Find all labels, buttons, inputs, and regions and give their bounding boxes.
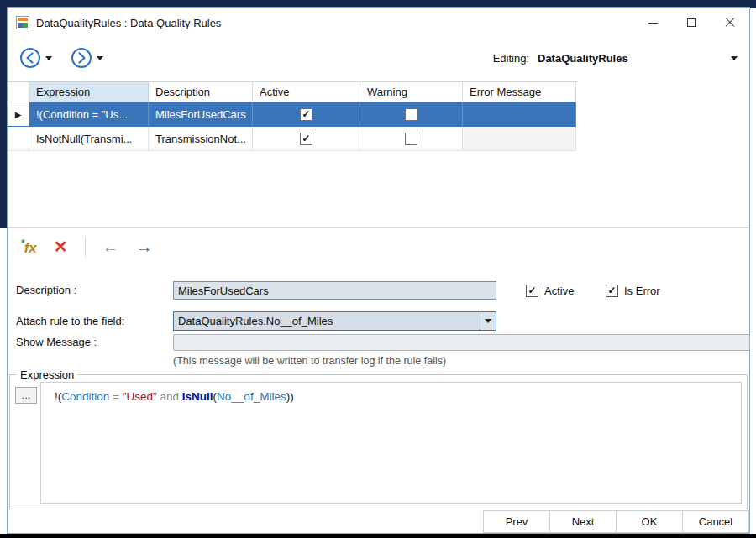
cell-error-message[interactable] (463, 127, 576, 151)
fx-icon: fx (24, 239, 37, 255)
column-header-active[interactable]: Active (253, 82, 360, 102)
editing-combobox[interactable]: DataQualityRules (538, 52, 738, 65)
expression-builder-button[interactable]: ... (15, 387, 37, 404)
editing-caret-icon (731, 56, 738, 60)
editing-value: DataQualityRules (538, 52, 628, 65)
prev-button[interactable]: Prev (483, 510, 550, 533)
column-header-description[interactable]: Description (149, 82, 253, 102)
expression-token: IsNull (182, 390, 213, 403)
expression-group-label: Expression (17, 368, 77, 381)
rule-toolbar: *fx ✕ ← → (8, 228, 749, 265)
previous-rule-button[interactable]: ← (102, 238, 119, 255)
expression-token: )) (286, 390, 294, 403)
toolbar-divider (85, 237, 86, 257)
expression-token: No__of_Miles (217, 390, 286, 403)
editing-label: Editing: (493, 52, 529, 65)
attach-field-select[interactable]: DataQualityRules.No__of_Miles (173, 311, 496, 331)
show-message-label: Show Message : (16, 333, 97, 351)
cell-active: ✓ (253, 102, 360, 127)
back-icon (19, 47, 41, 69)
forward-button[interactable] (71, 47, 92, 69)
active-label: Active (544, 285, 574, 297)
row-selector-icon: ▶ (15, 110, 22, 119)
rules-grid: Expression Description Active Warning Er… (8, 81, 577, 151)
next-button[interactable]: Next (549, 510, 617, 533)
ok-button[interactable]: OK (616, 510, 683, 533)
cell-warning (360, 102, 463, 127)
cell-expression[interactable]: !(Condition = "Us... (29, 102, 149, 127)
cell-description[interactable]: MilesForUsedCars (149, 102, 253, 127)
attach-field-dropdown-button[interactable] (480, 312, 496, 330)
navigation-toolbar: Editing: DataQualityRules (8, 38, 749, 78)
cell-expression[interactable]: IsNotNull(Transmi... (29, 127, 149, 151)
delete-rule-button[interactable]: ✕ (54, 238, 68, 255)
data-quality-rules-dialog: DataQualityRules : Data Quality Rules (7, 7, 750, 534)
maximize-button[interactable] (672, 8, 711, 38)
warning-checkbox[interactable] (405, 108, 417, 121)
table-row[interactable]: ▶ !(Condition = "Us... MilesForUsedCars … (8, 102, 577, 127)
active-checkbox[interactable]: ✓ (526, 285, 538, 297)
grid-header-row: Expression Description Active Warning Er… (8, 82, 577, 102)
active-checkbox-group: ✓ Active (526, 281, 574, 300)
cell-description[interactable]: TransmissionNot... (149, 127, 253, 151)
cell-warning (360, 127, 463, 151)
is-error-checkbox-group: ✓ Is Error (606, 281, 660, 300)
expression-token: "Used" (123, 390, 157, 403)
expression-code-editor[interactable]: !(Condition = "Used" and IsNull(No__of_M… (40, 382, 742, 504)
close-button[interactable] (711, 8, 749, 38)
column-header-expression[interactable]: Expression (29, 82, 149, 102)
expression-token: Condition (61, 390, 109, 403)
close-icon (725, 18, 735, 28)
column-header-warning[interactable]: Warning (360, 82, 463, 102)
background-bottom-bar (0, 534, 756, 538)
active-checkbox[interactable]: ✓ (300, 108, 312, 121)
cancel-button[interactable]: Cancel (682, 510, 749, 533)
column-header-row-selector (8, 82, 29, 102)
expression-group: Expression ... !(Condition = "Used" and … (9, 374, 748, 509)
forward-group (71, 47, 103, 69)
column-header-error-message[interactable]: Error Message (463, 82, 576, 102)
minimize-button[interactable] (633, 8, 672, 38)
show-message-input[interactable] (173, 334, 750, 351)
add-function-button[interactable]: *fx (21, 238, 37, 257)
attach-field-value: DataQualityRules.No__of_Miles (174, 312, 480, 330)
forward-dropdown-caret-icon[interactable] (97, 56, 103, 60)
helper-text: (This message will be written to transfe… (173, 355, 446, 367)
next-rule-button[interactable]: → (136, 238, 153, 255)
app-icon (16, 16, 29, 29)
row-header-cell: ▶ (8, 102, 29, 127)
app-icon-dot-green (23, 23, 28, 28)
combo-caret-icon (485, 319, 491, 323)
app-icon-bar (18, 18, 28, 21)
is-error-checkbox[interactable]: ✓ (606, 285, 618, 297)
minimize-icon (648, 23, 658, 24)
title-bar: DataQualityRules : Data Quality Rules (8, 8, 749, 38)
expression-token: !( (55, 390, 61, 403)
cell-error-message[interactable] (463, 102, 576, 127)
back-button[interactable] (19, 47, 41, 69)
footer-buttons: Prev Next OK Cancel (484, 510, 749, 533)
back-dropdown-caret-icon[interactable] (45, 56, 52, 60)
forward-icon (71, 47, 92, 69)
cell-active: ✓ (253, 127, 360, 151)
description-label: Description : (16, 281, 76, 300)
attach-field-label: Attach rule to the field: (16, 311, 124, 331)
window-title: DataQualityRules : Data Quality Rules (36, 17, 221, 29)
active-checkbox[interactable]: ✓ (300, 133, 312, 145)
expression-token: and (157, 390, 182, 403)
expression-token: = (109, 390, 122, 403)
window-controls (633, 8, 749, 38)
maximize-icon (687, 18, 696, 27)
is-error-label: Is Error (624, 285, 660, 297)
back-group (19, 47, 52, 69)
editing-section: Editing: DataQualityRules (493, 52, 738, 65)
description-input[interactable]: MilesForUsedCars (173, 281, 496, 300)
row-header-cell (8, 127, 29, 151)
table-row[interactable]: IsNotNull(Transmi... TransmissionNot... … (8, 127, 577, 151)
warning-checkbox[interactable] (405, 133, 417, 145)
